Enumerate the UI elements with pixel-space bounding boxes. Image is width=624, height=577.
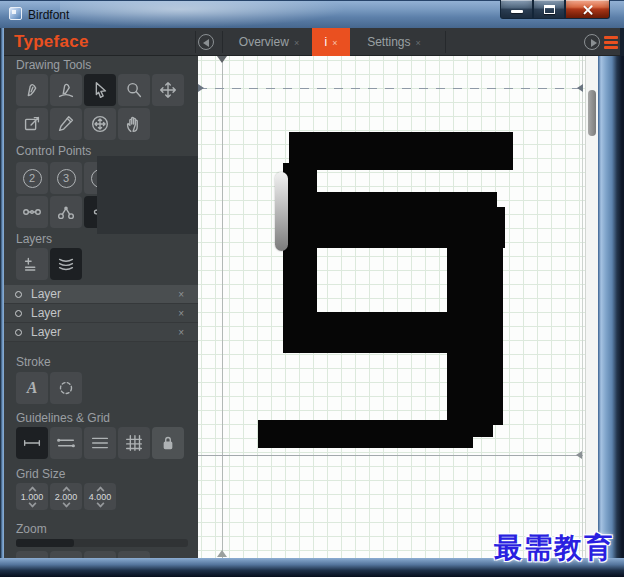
section-label-grid-size: Grid Size bbox=[16, 467, 65, 481]
move-canvas-tool-button[interactable] bbox=[84, 108, 116, 140]
birdfont-window: Birdfont Typeface Overview × i × Setting… bbox=[0, 0, 624, 577]
pencil-icon bbox=[55, 113, 77, 135]
pen-tool-button[interactable] bbox=[16, 74, 48, 106]
toolbar-separator bbox=[195, 31, 196, 53]
dashed-circle-icon bbox=[55, 377, 77, 399]
clipped-points-button[interactable] bbox=[84, 162, 97, 194]
double-line-icon bbox=[55, 432, 77, 454]
grid-toggle-button[interactable] bbox=[118, 427, 150, 459]
section-label-stroke: Stroke bbox=[16, 355, 51, 369]
tied-points-icon bbox=[21, 201, 43, 223]
edit-handle[interactable] bbox=[275, 172, 288, 251]
cubic-points-button[interactable]: 3 bbox=[50, 162, 82, 194]
arrow-cursor-icon bbox=[89, 79, 111, 101]
layers-stack-icon bbox=[55, 253, 77, 275]
maximize-icon bbox=[544, 5, 555, 14]
app-icon bbox=[9, 7, 22, 20]
section-label-layers: Layers bbox=[16, 232, 52, 246]
tab-close-icon[interactable]: × bbox=[332, 38, 337, 48]
single-line-icon bbox=[21, 432, 43, 454]
hand-tool-button[interactable] bbox=[118, 108, 150, 140]
add-layer-button[interactable] bbox=[16, 248, 48, 280]
glyph-canvas[interactable] bbox=[198, 56, 585, 558]
chevron-left-icon bbox=[203, 39, 209, 47]
maximize-button[interactable] bbox=[533, 0, 565, 19]
tie-points-button[interactable] bbox=[16, 196, 48, 228]
point-3-icon: 3 bbox=[57, 169, 76, 188]
tab-overview[interactable]: Overview × bbox=[226, 28, 312, 56]
layer-visibility-icon[interactable] bbox=[15, 329, 22, 336]
guide-single-button[interactable] bbox=[16, 427, 48, 459]
resize-tool-button[interactable] bbox=[16, 108, 48, 140]
grid-size-stepper-2[interactable]: 2.000 bbox=[50, 483, 82, 510]
layer-row[interactable]: Layer × bbox=[4, 304, 198, 323]
tab-close-icon[interactable]: × bbox=[294, 38, 299, 48]
tab-close-icon[interactable]: × bbox=[416, 38, 421, 48]
branch-points-button[interactable] bbox=[50, 196, 82, 228]
layer-visibility-icon[interactable] bbox=[15, 310, 22, 317]
menu-button[interactable] bbox=[604, 36, 618, 51]
section-label-drawing-tools: Drawing Tools bbox=[16, 58, 91, 72]
select-tool-button[interactable] bbox=[84, 74, 116, 106]
watermark-text: 最需教育 bbox=[494, 529, 614, 567]
layer-visibility-icon[interactable] bbox=[15, 291, 22, 298]
move-tool-button[interactable] bbox=[152, 74, 184, 106]
layer-stack-button[interactable] bbox=[50, 248, 82, 280]
grid-size-stepper-3[interactable]: 4.000 bbox=[84, 483, 116, 510]
window-border-right-top bbox=[620, 28, 624, 56]
delete-layer-icon[interactable]: × bbox=[178, 289, 184, 300]
cropped-tool-button[interactable] bbox=[16, 551, 48, 558]
magnifier-icon bbox=[123, 79, 145, 101]
zoom-slider-thumb[interactable] bbox=[16, 539, 74, 547]
glyph[interactable] bbox=[198, 56, 585, 558]
clipped-points-button-2[interactable] bbox=[84, 196, 97, 228]
quadratic-points-button[interactable]: 2 bbox=[16, 162, 48, 194]
layer-row[interactable]: Layer × bbox=[4, 285, 198, 304]
add-layer-icon bbox=[21, 253, 43, 275]
layer-name: Layer bbox=[31, 325, 61, 339]
scrollbar-thumb[interactable] bbox=[588, 90, 596, 136]
bezier-tool-button[interactable] bbox=[50, 74, 82, 106]
tab-settings[interactable]: Settings × bbox=[352, 28, 436, 56]
guide-double-button[interactable] bbox=[50, 427, 82, 459]
move-circle-icon bbox=[89, 113, 111, 135]
resize-icon bbox=[21, 113, 43, 135]
tab-label: i bbox=[325, 35, 328, 49]
minimize-button[interactable] bbox=[500, 0, 533, 19]
chevron-right-icon bbox=[591, 39, 597, 47]
tab-label: Overview bbox=[239, 35, 289, 49]
close-icon bbox=[581, 3, 594, 16]
letter-a-icon: A bbox=[27, 379, 38, 397]
close-button[interactable] bbox=[565, 0, 610, 19]
stroke-circle-button[interactable] bbox=[50, 372, 82, 404]
layer-row[interactable]: Layer × bbox=[4, 323, 198, 342]
grid-icon bbox=[123, 432, 145, 454]
zoom-tool-button[interactable] bbox=[118, 74, 150, 106]
pen-icon bbox=[21, 79, 43, 101]
branch-points-icon bbox=[55, 201, 77, 223]
cropped-tool-button[interactable] bbox=[118, 551, 150, 558]
hand-icon bbox=[123, 113, 145, 135]
tab-scroll-right-button[interactable] bbox=[584, 34, 600, 50]
lock-guides-button[interactable] bbox=[152, 427, 184, 459]
point-2-icon: 2 bbox=[23, 169, 42, 188]
toolbar-separator bbox=[445, 31, 446, 53]
grid-size-stepper-1[interactable]: 1.000 bbox=[16, 483, 48, 510]
cropped-tool-button[interactable] bbox=[50, 551, 82, 558]
section-label-guidelines: Guidelines & Grid bbox=[16, 411, 110, 425]
delete-layer-icon[interactable]: × bbox=[178, 327, 184, 338]
sidebar: Drawing Tools Control Points bbox=[4, 56, 198, 558]
tab-glyph-i[interactable]: i × bbox=[312, 28, 350, 56]
tab-scroll-left-button[interactable] bbox=[198, 34, 214, 50]
pencil-tool-button[interactable] bbox=[50, 108, 82, 140]
canvas-scrollbar[interactable] bbox=[585, 56, 598, 558]
stroke-font-button[interactable]: A bbox=[16, 372, 48, 404]
layer-name: Layer bbox=[31, 306, 61, 320]
toolbar: Typeface Overview × i × Settings × bbox=[4, 28, 620, 56]
minimize-icon bbox=[511, 10, 523, 13]
cropped-tool-button[interactable] bbox=[84, 551, 116, 558]
window-title: Birdfont bbox=[28, 8, 69, 22]
delete-layer-icon[interactable]: × bbox=[178, 308, 184, 319]
zoom-slider[interactable] bbox=[16, 539, 188, 547]
guide-triple-button[interactable] bbox=[84, 427, 116, 459]
